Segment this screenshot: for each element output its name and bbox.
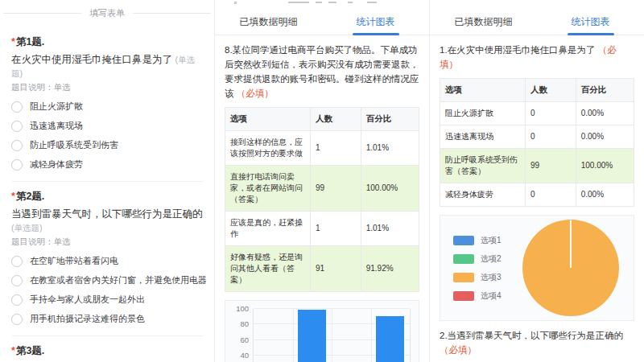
column-header: 选项	[225, 108, 311, 131]
stats-panel-q1[interactable]: 已填数据明细 统计图表 1.在火灾中使用湿毛巾掩住口鼻是为了 （必填） 选项人数…	[429, 0, 644, 362]
question-type-label: (单选题)	[11, 223, 43, 232]
radio-option[interactable]: 手持伞与家人或朋友一起外出	[11, 294, 203, 306]
table-row: 迅速逃离现场00.00%	[440, 125, 634, 149]
required-badge: （必填）	[440, 345, 477, 355]
radio-circle-icon[interactable]	[11, 256, 23, 267]
legend-item[interactable]: 选项2	[453, 253, 502, 265]
form-panel[interactable]: 填写表单 *第1题.在火灾中使用湿毛巾掩住口鼻是为了 (单选题)题目说明：单选阻…	[0, 0, 214, 362]
bar-chart-box: 020406080100选项1选项2选项3选项4	[225, 300, 419, 362]
percent-cell: 0.00%	[576, 183, 634, 207]
percent-cell: 100.00%	[361, 166, 419, 212]
bar-plot: 020406080100选项1选项2选项3选项4	[253, 309, 411, 362]
bar-选项2	[298, 310, 326, 362]
tab-bar: 已填数据明细 统计图表	[215, 10, 429, 35]
legend-label: 选项4	[481, 290, 502, 302]
option-label: 手持伞与家人或朋友一起外出	[30, 294, 145, 306]
radio-circle-icon[interactable]	[11, 314, 23, 325]
required-asterisk: *	[11, 36, 15, 47]
option-label: 阻止火源扩散	[30, 101, 83, 113]
question-list: *第1题.在火灾中使用湿毛巾掩住口鼻是为了 (单选题)题目说明：单选阻止火源扩散…	[0, 23, 214, 362]
radio-option[interactable]: 阻止火源扩散	[11, 101, 203, 113]
next-question-title: 2.当遇到雷暴天气时，以下哪些行为是正确的 （必填）	[440, 328, 634, 357]
question-block: *第1题.在火灾中使用湿毛巾掩住口鼻是为了 (单选题)题目说明：单选阻止火源扩散…	[11, 35, 203, 171]
option-cell: 直接打电话询问卖家，或者在网站询问（答案）	[225, 166, 311, 212]
pie-chart-box: 选项1选项2选项3选项4	[440, 215, 634, 321]
radio-option[interactable]: 在教室或者宿舍内关好门窗，并避免使用电器	[11, 274, 203, 286]
app-root: 填写表单 *第1题.在火灾中使用湿毛巾掩住口鼻是为了 (单选题)题目说明：单选阻…	[0, 0, 644, 362]
table-row: 直接打电话询问卖家，或者在网站询问（答案）99100.00%	[225, 166, 419, 212]
y-tick-label: 100	[229, 304, 249, 313]
cropped-toolbar-strip	[215, 0, 429, 8]
question-description: 题目说明：单选	[11, 82, 203, 93]
legend-swatch	[453, 273, 474, 282]
option-cell: 好像有疑惑，还是询问其他人看看（答案）	[225, 246, 311, 292]
tab-stats-chart[interactable]: 统计图表	[537, 10, 644, 35]
tab-label: 统计图表	[357, 15, 395, 29]
radio-circle-icon[interactable]	[11, 140, 23, 151]
tab-data-detail[interactable]: 已填数据明细	[215, 10, 322, 35]
radio-circle-icon[interactable]	[11, 275, 23, 286]
radio-option[interactable]: 在空旷地带站着看闪电	[11, 255, 203, 267]
tab-label: 已填数据明细	[455, 15, 513, 29]
option-cell: 应该是真的，赶紧操作	[225, 212, 311, 246]
column-header: 人数	[311, 108, 361, 131]
count-cell: 0	[526, 125, 576, 149]
required-badge: （必填）	[237, 88, 274, 98]
required-asterisk: *	[11, 345, 15, 356]
legend-item[interactable]: 选项1	[453, 235, 502, 246]
pie-circle	[522, 220, 619, 316]
tab-stats-chart[interactable]: 统计图表	[322, 10, 429, 35]
y-tick-label: 80	[229, 319, 249, 328]
count-cell[interactable]: 91	[311, 246, 361, 292]
tab-bar: 已填数据明细 统计图表	[430, 10, 644, 35]
count-cell[interactable]: 99	[526, 149, 576, 183]
table-header-row: 选项人数百分比	[440, 79, 634, 102]
count-cell[interactable]: 99	[311, 166, 361, 212]
count-cell: 0	[526, 183, 576, 207]
question-text: 在火灾中使用湿毛巾掩住口鼻是为了 (单选题)	[11, 53, 203, 80]
radio-option[interactable]: 防止呼吸系统受到伤害	[11, 139, 203, 151]
legend-swatch	[453, 291, 474, 301]
legend-item[interactable]: 选项3	[453, 272, 502, 283]
count-cell: 0	[526, 102, 576, 125]
y-tick-label: 40	[229, 351, 249, 360]
question-title-text: 1.在火灾中使用湿毛巾掩住口鼻是为了	[440, 45, 596, 55]
table-row: 减轻身体疲劳00.00%	[440, 183, 634, 207]
legend-label: 选项3	[481, 272, 502, 283]
tab-data-detail[interactable]: 已填数据明细	[430, 10, 537, 35]
header-rule-right	[133, 13, 211, 14]
table-row: 防止呼吸系统受到伤害（答案）99100.00%	[440, 149, 634, 183]
category-separator	[371, 309, 372, 362]
radio-option[interactable]: 用手机拍摄记录这难得的景色	[11, 313, 203, 325]
form-header: 填写表单	[0, 0, 214, 23]
count-cell[interactable]: 1	[311, 131, 361, 166]
count-cell[interactable]: 1	[311, 212, 361, 246]
stats-panel-q8[interactable]: 已填数据明细 统计图表 8.某位同学通过电商平台购买了物品。下单成功后突然收到短…	[214, 0, 429, 362]
percent-cell: 0.00%	[576, 102, 634, 125]
percent-cell: 1.01%	[361, 131, 419, 166]
radio-circle-icon[interactable]	[11, 101, 23, 113]
question-number: *第1题.	[11, 35, 203, 49]
question-divider	[11, 335, 203, 336]
option-cell: 迅速逃离现场	[440, 125, 526, 149]
option-label: 用手机拍摄记录这难得的景色	[30, 313, 145, 325]
form-title: 填写表单	[89, 7, 125, 19]
radio-circle-icon[interactable]	[11, 121, 23, 132]
required-asterisk: *	[11, 191, 15, 202]
legend-swatch	[453, 236, 474, 245]
table-row: 应该是真的，赶紧操作11.01%	[225, 212, 419, 246]
option-label: 在空旷地带站着看闪电	[30, 255, 118, 267]
option-cell: 防止呼吸系统受到伤害（答案）	[440, 149, 526, 183]
table-header-row: 选项人数百分比	[225, 108, 419, 131]
radio-circle-icon[interactable]	[11, 159, 23, 171]
column-header: 百分比	[576, 79, 634, 102]
radio-option[interactable]: 减轻身体疲劳	[11, 158, 203, 171]
radio-circle-icon[interactable]	[11, 294, 23, 306]
option-cell: 减轻身体疲劳	[440, 183, 526, 207]
header-rule-left	[3, 13, 81, 14]
radio-option[interactable]: 迅速逃离现场	[11, 120, 203, 132]
table-row: 接到这样的信息，应该按照对方的要求做11.01%	[225, 131, 419, 166]
percent-cell: 100.00%	[576, 149, 634, 183]
legend-item[interactable]: 选项4	[453, 290, 502, 302]
tab-label: 统计图表	[572, 15, 610, 29]
